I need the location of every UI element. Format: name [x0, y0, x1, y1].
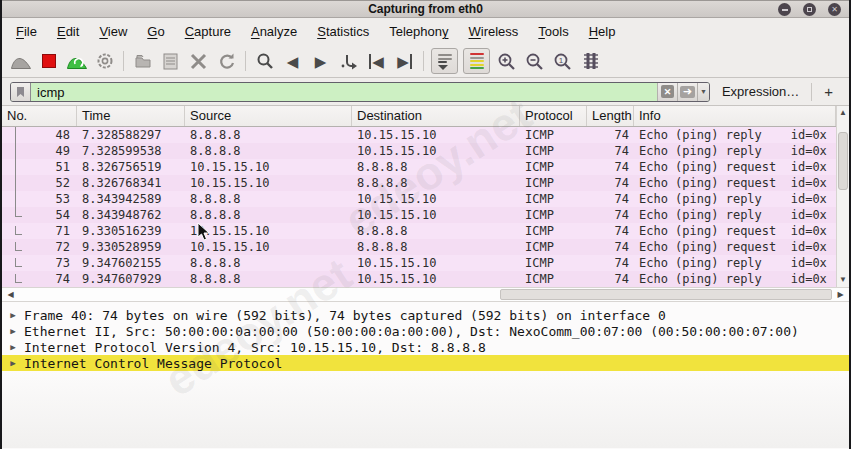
cell-len: 74	[587, 207, 634, 223]
zoom-original-icon[interactable]: 1	[549, 48, 576, 74]
title-bar: Capturing from eth0 ✕	[2, 0, 849, 18]
packet-row-49[interactable]: 497.3285995388.8.8.810.15.15.10ICMP74Ech…	[2, 143, 849, 159]
cell-src: 10.15.15.10	[185, 175, 352, 191]
clear-filter-icon[interactable]: ✕	[657, 83, 677, 101]
scroll-left-icon[interactable]: ◀	[4, 288, 17, 301]
packet-row-71[interactable]: 719.33051623910.15.15.108.8.8.8ICMP74Ech…	[2, 223, 849, 239]
packet-row-48[interactable]: 487.3285882978.8.8.810.15.15.10ICMP74Ech…	[2, 127, 849, 143]
horizontal-scrollbar-thumb[interactable]	[500, 289, 832, 300]
filter-history-dropdown-icon[interactable]: ▼	[697, 83, 709, 101]
zoom-in-icon[interactable]	[493, 48, 520, 74]
scroll-right-icon[interactable]: ▶	[834, 288, 847, 301]
packet-row-54[interactable]: 548.3439487628.8.8.810.15.15.10ICMP74Ech…	[2, 207, 849, 223]
cell-src: 10.15.15.10	[185, 159, 352, 175]
scroll-down-icon[interactable]: ▼	[837, 274, 849, 286]
packet-row-53[interactable]: 538.3439425898.8.8.810.15.15.10ICMP74Ech…	[2, 191, 849, 207]
mouse-cursor	[197, 222, 210, 241]
column-header-source[interactable]: Source	[185, 106, 352, 126]
packet-row-51[interactable]: 518.32675651910.15.15.108.8.8.8ICMP74Ech…	[2, 159, 849, 175]
first-packet-icon[interactable]: ◀	[363, 48, 390, 74]
cell-dst: 10.15.15.10	[352, 207, 520, 223]
zoom-out-icon[interactable]	[521, 48, 548, 74]
column-header-protocol[interactable]: Protocol	[520, 106, 587, 126]
column-header-no[interactable]: No.	[2, 106, 77, 126]
packet-row-73[interactable]: 739.3476021558.8.8.810.15.15.10ICMP74Ech…	[2, 255, 849, 271]
cell-src: 8.8.8.8	[185, 255, 352, 271]
cell-info: Echo (ping) reply id=0x	[634, 143, 836, 159]
close-file-icon[interactable]	[185, 48, 212, 74]
cell-dst: 10.15.15.10	[352, 191, 520, 207]
menu-capture[interactable]: Capture	[175, 24, 241, 39]
add-filter-button[interactable]: +	[820, 83, 841, 100]
expander-icon[interactable]: ▶	[2, 342, 24, 352]
expression-button[interactable]: Expression…	[718, 84, 803, 99]
menu-go[interactable]: Go	[137, 24, 174, 39]
capture-options-icon[interactable]	[91, 48, 118, 74]
cell-dst: 10.15.15.10	[352, 143, 520, 159]
menu-wireless[interactable]: Wireless	[459, 24, 529, 39]
go-back-icon[interactable]: ◀	[279, 48, 306, 74]
cell-info: Echo (ping) request id=0x	[634, 223, 836, 239]
related-packet-mark	[15, 258, 22, 267]
colorize-icon[interactable]	[463, 48, 490, 74]
expander-icon[interactable]: ▶	[2, 310, 24, 320]
cell-len: 74	[587, 223, 634, 239]
go-forward-icon[interactable]: ▶	[307, 48, 334, 74]
cell-src: 8.8.8.8	[185, 143, 352, 159]
cell-time: 9.330516239	[77, 223, 185, 239]
find-packet-icon[interactable]	[251, 48, 278, 74]
related-packet-mark	[15, 242, 22, 251]
auto-scroll-icon[interactable]	[431, 48, 458, 74]
svg-text:1: 1	[559, 56, 564, 65]
column-header-destination[interactable]: Destination	[352, 106, 520, 126]
menu-file[interactable]: File	[6, 24, 47, 39]
menu-help[interactable]: Help	[579, 24, 626, 39]
window-title: Capturing from eth0	[368, 2, 483, 16]
vertical-scrollbar[interactable]: ▲ ▼	[836, 106, 849, 287]
expander-icon[interactable]: ▶	[2, 326, 24, 336]
cell-src: 8.8.8.8	[185, 127, 352, 143]
packet-row-74[interactable]: 749.3476079298.8.8.810.15.15.10ICMP74Ech…	[2, 271, 849, 287]
detail-row-3[interactable]: ▶Internet Control Message Protocol	[2, 355, 849, 371]
menu-edit[interactable]: Edit	[47, 24, 89, 39]
cell-proto: ICMP	[520, 255, 587, 271]
column-header-info[interactable]: Info	[634, 106, 836, 126]
expander-icon[interactable]: ▶	[2, 358, 24, 368]
vertical-scrollbar-thumb[interactable]	[838, 132, 848, 190]
last-packet-icon[interactable]: ▶	[391, 48, 418, 74]
apply-filter-icon[interactable]: ➜	[677, 83, 697, 101]
column-header-time[interactable]: Time	[77, 106, 185, 126]
display-filter-input[interactable]: icmp	[31, 83, 657, 101]
open-file-icon[interactable]	[129, 48, 156, 74]
cell-time: 7.328599538	[77, 143, 185, 159]
maximize-icon[interactable]	[803, 3, 816, 16]
scroll-up-icon[interactable]: ▲	[837, 107, 849, 119]
detail-row-0[interactable]: ▶Frame 40: 74 bytes on wire (592 bits), …	[2, 307, 849, 323]
horizontal-scrollbar[interactable]: ◀ ▶	[2, 287, 849, 302]
menu-statistics[interactable]: Statistics	[307, 24, 379, 39]
main-toolbar: ◀ ▶ ◀ ▶ 1	[2, 45, 849, 78]
start-capture-icon[interactable]	[7, 48, 34, 74]
menu-tools[interactable]: Tools	[528, 24, 578, 39]
menu-analyze[interactable]: Analyze	[241, 24, 307, 39]
detail-row-2[interactable]: ▶Internet Protocol Version 4, Src: 10.15…	[2, 339, 849, 355]
column-header-length[interactable]: Length	[587, 106, 634, 126]
detail-row-1[interactable]: ▶Ethernet II, Src: 50:00:00:0a:00:00 (50…	[2, 323, 849, 339]
reload-icon[interactable]	[213, 48, 240, 74]
packet-row-72[interactable]: 729.33052895910.15.15.108.8.8.8ICMP74Ech…	[2, 239, 849, 255]
packet-details-pane: ▶Frame 40: 74 bytes on wire (592 bits), …	[2, 302, 849, 371]
menu-view[interactable]: View	[89, 24, 137, 39]
minimize-icon[interactable]	[778, 3, 791, 16]
packet-row-52[interactable]: 528.32676834110.15.15.108.8.8.8ICMP74Ech…	[2, 175, 849, 191]
resize-columns-icon[interactable]	[577, 48, 604, 74]
go-to-packet-icon[interactable]	[335, 48, 362, 74]
save-file-icon[interactable]	[157, 48, 184, 74]
detail-text: Ethernet II, Src: 50:00:00:0a:00:00 (50:…	[24, 324, 799, 339]
cell-dst: 8.8.8.8	[352, 175, 520, 191]
menu-telephony[interactable]: Telephony	[379, 24, 458, 39]
cell-src: 8.8.8.8	[185, 207, 352, 223]
restart-capture-icon[interactable]	[63, 48, 90, 74]
stop-capture-icon[interactable]	[35, 48, 62, 74]
close-icon[interactable]: ✕	[828, 3, 841, 16]
bookmark-icon[interactable]	[11, 83, 31, 101]
